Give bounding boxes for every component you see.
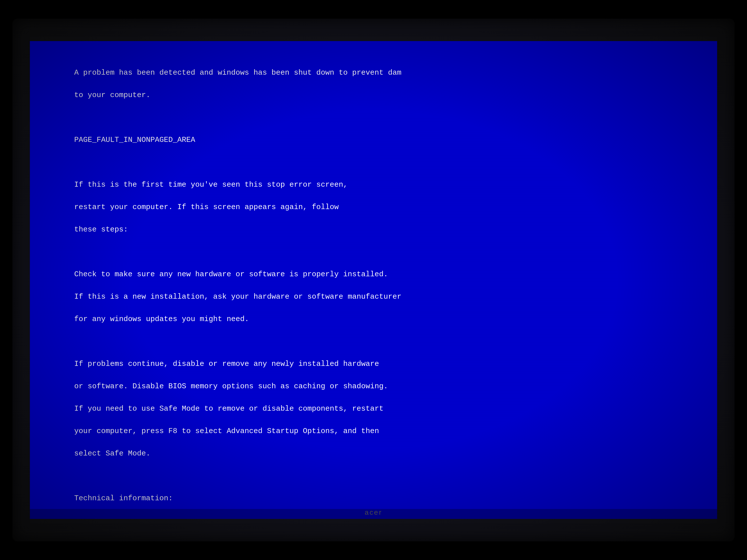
second-line: to your computer. — [74, 91, 150, 99]
error-code: PAGE_FAULT_IN_NONPAGED_AREA — [74, 136, 195, 144]
section1-line1: If this is the first time you've seen th… — [74, 181, 347, 189]
section3-line2: or software. Disable BIOS memory options… — [74, 382, 388, 391]
section3-line4: your computer, press F8 to select Advanc… — [74, 427, 379, 435]
section2-line2: If this is a new installation, ask your … — [74, 292, 402, 301]
section3-line5: select Safe Mode. — [74, 449, 150, 458]
section1-line2: restart your computer. If this screen ap… — [74, 203, 339, 211]
bottom-bar: acer — [30, 509, 717, 519]
section2-line1: Check to make sure any new hardware or s… — [74, 270, 388, 278]
monitor-frame: A problem has been detected and windows … — [12, 19, 735, 541]
bsod-screen: A problem has been detected and windows … — [30, 41, 717, 519]
first-line: A problem has been detected and windows … — [74, 69, 402, 77]
section3-line3: If you need to use Safe Mode to remove o… — [74, 404, 383, 413]
section1-line3: these steps: — [74, 225, 128, 234]
section2-line3: for any windows updates you might need. — [74, 315, 249, 323]
section3-line1: If problems continue, disable or remove … — [74, 359, 379, 368]
tech-header: Technical information: — [74, 494, 173, 503]
brand-label: acer — [365, 508, 382, 516]
bsod-content: A problem has been detected and windows … — [47, 56, 700, 519]
